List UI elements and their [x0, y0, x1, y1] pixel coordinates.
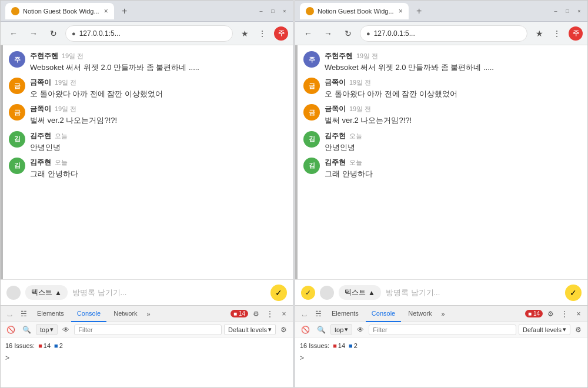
- devtools-device-btn-right[interactable]: ☵: [312, 307, 325, 320]
- devtools-tab-elements-right[interactable]: Elements: [326, 306, 365, 322]
- dt-filter-icon-left: 🔍: [20, 325, 34, 335]
- minimize-btn-right[interactable]: –: [552, 8, 559, 15]
- send-icon-right: ✓: [570, 288, 577, 297]
- reload-btn-right[interactable]: ↻: [340, 25, 356, 42]
- dt-eye-btn-left[interactable]: 👁: [60, 325, 72, 335]
- input-check-badge-right: ✓: [301, 286, 315, 300]
- dt-levels-dropdown-left[interactable]: Default levels ▾: [224, 324, 276, 335]
- profile-btn-right[interactable]: 주: [569, 26, 583, 41]
- close-btn-right[interactable]: ×: [576, 8, 583, 15]
- avatar-right-2: 금: [303, 104, 320, 121]
- text-right-1: 오 돌아왔다 아까 전에 잠깐 이상했었어: [325, 89, 579, 99]
- message-body-right-4: 김주현 오늘 그래 안녕하다: [325, 158, 579, 179]
- bookmark-btn-right[interactable]: ★: [531, 25, 547, 42]
- text-left-3: 안녕인녕: [30, 142, 285, 153]
- profile-btn-left[interactable]: 주: [274, 26, 288, 41]
- dt-top-label-left: top: [40, 326, 49, 333]
- caret-right: >: [300, 354, 304, 362]
- devtools-gear-btn-left[interactable]: ⚙: [249, 307, 262, 320]
- send-btn-right[interactable]: ✓: [565, 285, 582, 301]
- devtools-prompt-right[interactable]: >: [300, 352, 583, 364]
- devtools-gear-btn-right[interactable]: ⚙: [544, 307, 557, 320]
- input-placeholder-left[interactable]: 방명록 남기기...: [72, 287, 266, 298]
- dt-top-dropdown-right[interactable]: top ▾: [330, 324, 352, 335]
- close-btn-left[interactable]: ×: [281, 8, 288, 15]
- tab-close-left[interactable]: ×: [104, 7, 108, 15]
- forward-btn-left[interactable]: →: [25, 25, 42, 42]
- devtools-close-btn-left[interactable]: ×: [278, 307, 290, 320]
- message-body-left-1: 금쪽이 19일 전 오 돌아왔다 아까 전에 잠깐 이상했었어: [30, 78, 285, 99]
- nav-bar-right: ← → ↻ ● 127.0.0.1:5... ★ ⋮ 주: [295, 22, 587, 45]
- devtools-toolbar-left: 🚫 🔍 top ▾ 👁 Default levels ▾ ⚙: [1, 322, 293, 337]
- minimize-btn-left[interactable]: –: [258, 8, 265, 15]
- devtools-inspect-btn-left[interactable]: ⎵: [3, 307, 16, 320]
- dt-filter-input-right[interactable]: [369, 325, 516, 335]
- dt-top-label-right: top: [335, 326, 343, 333]
- tab-title-left: Notion Guest Book Widg...: [23, 8, 99, 15]
- caret-left: >: [5, 354, 9, 362]
- dt-levels-label-left: Default levels: [228, 326, 267, 333]
- devtools-dots-btn-left[interactable]: ⋮: [263, 307, 276, 320]
- devtools-more-tabs-right[interactable]: »: [439, 310, 447, 317]
- maximize-btn-right[interactable]: □: [564, 8, 571, 15]
- time-left-2: 19일 전: [55, 105, 76, 113]
- scroll-bar-left[interactable]: [1, 45, 3, 279]
- chat-content-right: 주 주현주헨 19일 전 Websoket 써서 위젯 2.0 만들까봐 좀 불…: [295, 45, 587, 279]
- devtools-tab-console-right[interactable]: Console: [366, 306, 401, 322]
- dt-top-dropdown-icon-right: ▾: [345, 326, 348, 333]
- devtools-dots-btn-right[interactable]: ⋮: [558, 307, 571, 320]
- avatar-left-1: 금: [9, 78, 25, 94]
- more-btn-left[interactable]: ⋮: [254, 25, 270, 42]
- devtools-tab-network-right[interactable]: Network: [402, 306, 437, 322]
- dt-clear-btn-left[interactable]: 🚫: [4, 325, 18, 335]
- devtools-device-btn-left[interactable]: ☵: [17, 307, 30, 320]
- address-bar-right[interactable]: ● 127.0.0.1:5...: [360, 25, 527, 42]
- issues-bar-right: 16 Issues: ■ 14 ■ 2: [300, 340, 583, 352]
- forward-btn-right[interactable]: →: [320, 25, 336, 42]
- dt-filter-input-left[interactable]: [74, 325, 222, 335]
- dt-levels-chevron-right: ▾: [563, 326, 566, 333]
- devtools-tab-network-left[interactable]: Network: [108, 306, 143, 322]
- issues-bar-left: 16 Issues: ■ 14 ■ 2: [5, 340, 288, 352]
- address-bar-left[interactable]: ● 127.0.0.1:5...: [65, 25, 233, 42]
- tab-left[interactable]: Notion Guest Book Widg... ×: [5, 3, 114, 19]
- dt-clear-btn-right[interactable]: 🚫: [299, 325, 312, 335]
- new-tab-right[interactable]: +: [411, 3, 427, 19]
- scroll-bar-right[interactable]: [295, 45, 298, 279]
- devtools-tab-elements-left[interactable]: Elements: [31, 306, 70, 322]
- tab-close-right[interactable]: ×: [399, 7, 403, 15]
- input-type-btn-right[interactable]: 텍스트 ▲: [339, 285, 381, 300]
- devtools-close-btn-right[interactable]: ×: [572, 307, 585, 320]
- message-left-0: 주 주현주헨 19일 전 Websoket 써서 위젯 2.0 만들까봐 좀 불…: [9, 51, 285, 73]
- new-tab-left[interactable]: +: [116, 3, 133, 19]
- back-btn-left[interactable]: ←: [5, 25, 22, 42]
- message-body-left-2: 금쪽이 19일 전 벌써 ver.2 나오는거임?!?!: [30, 104, 285, 126]
- more-btn-right[interactable]: ⋮: [549, 25, 565, 42]
- devtools-settings-left: ■ 14 ⚙ ⋮ ×: [228, 307, 290, 320]
- chat-content-left: 주 주현주헨 19일 전 Websoket 써서 위젯 2.0 만들까봐 좀 불…: [1, 45, 293, 279]
- maximize-btn-left[interactable]: □: [269, 8, 276, 15]
- dt-top-dropdown-left[interactable]: top ▾: [36, 324, 58, 335]
- dt-settings-btn-left[interactable]: ⚙: [278, 325, 289, 335]
- dt-levels-dropdown-right[interactable]: Default levels ▾: [519, 324, 570, 335]
- devtools-tab-console-left[interactable]: Console: [71, 306, 106, 322]
- message-header-left-0: 주현주헨 19일 전: [30, 51, 285, 61]
- dt-settings-btn-right[interactable]: ⚙: [573, 325, 584, 335]
- message-body-left-4: 김주현 오늘 그래 안녕하다: [30, 158, 285, 179]
- devtools-inspect-btn-right[interactable]: ⎵: [298, 307, 310, 320]
- send-btn-left[interactable]: ✓: [270, 285, 287, 301]
- time-right-2: 19일 전: [349, 105, 371, 113]
- author-left-4: 김주현: [30, 158, 51, 168]
- reload-btn-left[interactable]: ↻: [45, 25, 62, 42]
- back-btn-right[interactable]: ←: [300, 25, 316, 42]
- message-body-right-1: 금쪽이 19일 전 오 돌아왔다 아까 전에 잠깐 이상했었어: [325, 78, 579, 99]
- input-placeholder-right[interactable]: 방명록 남기기...: [386, 287, 560, 298]
- devtools-prompt-left[interactable]: >: [5, 352, 288, 364]
- devtools-more-tabs-left[interactable]: »: [145, 310, 153, 317]
- dt-eye-btn-right[interactable]: 👁: [355, 325, 366, 335]
- tab-right[interactable]: Notion Guest Book Widg... ×: [300, 3, 409, 19]
- input-type-btn-left[interactable]: 텍스트 ▲: [25, 285, 68, 300]
- message-left-4: 김 김주현 오늘 그래 안녕하다: [9, 158, 285, 179]
- text-left-1: 오 돌아왔다 아까 전에 잠깐 이상했었어: [30, 89, 285, 99]
- bookmark-btn-left[interactable]: ★: [236, 25, 253, 42]
